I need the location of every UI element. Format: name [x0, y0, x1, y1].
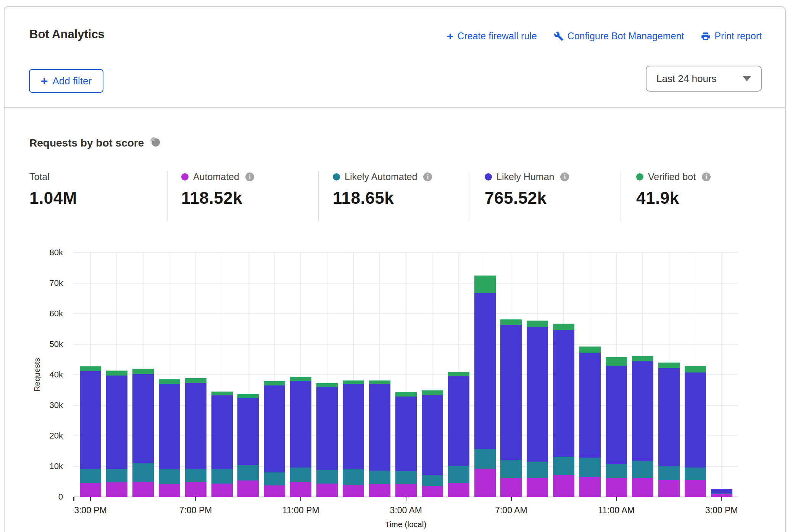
bar-segment[interactable] [527, 327, 548, 462]
bar-segment[interactable] [579, 477, 601, 497]
bar-segment[interactable] [316, 470, 338, 484]
bar-segment[interactable] [606, 366, 627, 464]
bar-segment[interactable] [132, 369, 154, 374]
bar-segment[interactable] [527, 321, 548, 327]
bar-segment[interactable] [343, 380, 364, 384]
bar-segment[interactable] [632, 461, 653, 478]
bar-segment[interactable] [159, 469, 180, 484]
bar-segment[interactable] [237, 394, 259, 398]
bar-segment[interactable] [185, 378, 206, 383]
bar-segment[interactable] [290, 381, 311, 468]
bar-segment[interactable] [369, 484, 390, 497]
bar-segment[interactable] [80, 371, 101, 469]
bar-segment[interactable] [185, 469, 206, 482]
time-range-select[interactable]: Last 24 hours [646, 66, 762, 92]
bar-segment[interactable] [553, 330, 574, 457]
bar-segment[interactable] [211, 392, 233, 395]
bar-segment[interactable] [553, 324, 574, 329]
bar-segment[interactable] [711, 493, 732, 494]
bar-segment[interactable] [316, 484, 338, 497]
bar-segment[interactable] [343, 485, 364, 497]
bar-segment[interactable] [264, 472, 285, 485]
bar-segment[interactable] [369, 380, 390, 384]
bar-segment[interactable] [553, 475, 574, 497]
bar-segment[interactable] [290, 482, 311, 497]
bar-segment[interactable] [422, 390, 443, 395]
bar-segment[interactable] [132, 463, 154, 482]
bar-segment[interactable] [606, 357, 627, 366]
bar-segment[interactable] [606, 478, 627, 497]
bar-segment[interactable] [711, 494, 732, 497]
bar-segment[interactable] [80, 469, 101, 483]
bar-segment[interactable] [474, 469, 496, 497]
bar-segment[interactable] [606, 464, 627, 478]
bar-segment[interactable] [211, 484, 233, 497]
bar-segment[interactable] [185, 383, 206, 469]
bar-segment[interactable] [343, 384, 364, 469]
bar-segment[interactable] [159, 484, 180, 497]
bar-segment[interactable] [395, 484, 417, 497]
bar-segment[interactable] [80, 366, 101, 371]
bar-segment[interactable] [422, 475, 443, 486]
bar-segment[interactable] [211, 395, 233, 469]
configure-bot-management-link[interactable]: Configure Bot Management [554, 31, 684, 42]
bar-segment[interactable] [211, 469, 233, 484]
bar-segment[interactable] [448, 483, 469, 497]
bar-segment[interactable] [632, 478, 653, 497]
bar-segment[interactable] [106, 371, 127, 376]
info-icon[interactable]: i [245, 172, 254, 181]
bar-segment[interactable] [106, 469, 127, 482]
info-icon[interactable]: i [560, 172, 569, 181]
bar-segment[interactable] [711, 489, 732, 493]
bar-segment[interactable] [264, 385, 285, 472]
bar-segment[interactable] [658, 480, 680, 497]
bar-segment[interactable] [237, 398, 259, 465]
bar-segment[interactable] [80, 483, 101, 497]
bar-segment[interactable] [159, 384, 180, 469]
bar-segment[interactable] [316, 387, 338, 470]
bar-segment[interactable] [395, 397, 417, 471]
bar-segment[interactable] [132, 374, 154, 463]
bar-segment[interactable] [658, 368, 680, 466]
bar-segment[interactable] [579, 353, 601, 457]
bar-segment[interactable] [448, 466, 469, 483]
bar-segment[interactable] [422, 395, 443, 475]
bar-segment[interactable] [185, 482, 206, 497]
bar-segment[interactable] [632, 356, 653, 361]
bar-segment[interactable] [106, 482, 127, 497]
bar-segment[interactable] [237, 465, 259, 480]
bar-segment[interactable] [685, 366, 706, 372]
bar-segment[interactable] [474, 276, 496, 293]
bar-segment[interactable] [685, 372, 706, 468]
bar-segment[interactable] [685, 468, 706, 480]
bar-segment[interactable] [448, 376, 469, 466]
bar-segment[interactable] [395, 471, 417, 484]
bar-segment[interactable] [264, 381, 285, 385]
bar-segment[interactable] [422, 486, 443, 497]
bar-segment[interactable] [500, 460, 522, 477]
bar-segment[interactable] [579, 347, 601, 353]
bar-segment[interactable] [369, 384, 390, 471]
create-firewall-rule-link[interactable]: + Create firewall rule [447, 31, 537, 42]
bar-segment[interactable] [159, 379, 180, 384]
bar-segment[interactable] [264, 485, 285, 497]
bar-segment[interactable] [658, 363, 680, 368]
bar-segment[interactable] [395, 392, 417, 397]
bar-segment[interactable] [500, 325, 522, 460]
bar-segment[interactable] [290, 377, 311, 381]
stacked-bar-chart[interactable]: 010k20k30k40k50k60k70k80k3:00 PM7:00 PM1… [74, 253, 738, 497]
bar-segment[interactable] [448, 372, 469, 376]
bar-segment[interactable] [106, 376, 127, 469]
info-icon[interactable]: i [702, 172, 711, 181]
bar-segment[interactable] [579, 458, 601, 477]
bar-segment[interactable] [132, 482, 154, 497]
bar-segment[interactable] [369, 471, 390, 484]
bar-segment[interactable] [658, 466, 680, 480]
print-report-link[interactable]: Print report [701, 31, 762, 42]
bar-segment[interactable] [474, 293, 496, 449]
bar-segment[interactable] [343, 469, 364, 485]
bar-segment[interactable] [632, 361, 653, 461]
bar-segment[interactable] [474, 449, 496, 469]
info-icon[interactable]: i [423, 172, 432, 181]
bar-segment[interactable] [553, 457, 574, 475]
